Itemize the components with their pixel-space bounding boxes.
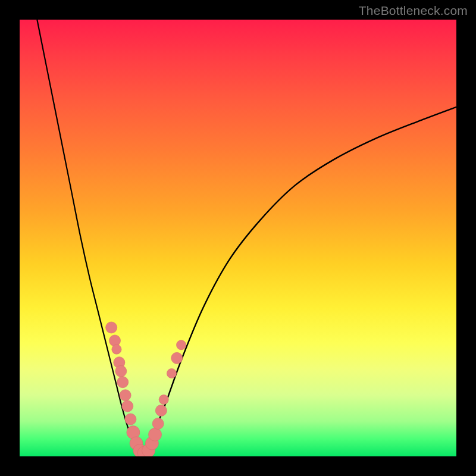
- highlight-dot: [177, 340, 186, 350]
- chart-frame: TheBottleneck.com: [0, 0, 476, 476]
- curve-group: [37, 20, 456, 454]
- left-branch-curve: [37, 20, 142, 454]
- highlight-dot: [106, 322, 117, 333]
- highlight-dot: [159, 395, 168, 405]
- highlight-dot: [167, 368, 176, 378]
- chart-svg: [20, 20, 456, 456]
- highlight-dot: [171, 352, 183, 364]
- highlight-dot: [117, 377, 129, 388]
- highlight-dot: [125, 414, 136, 425]
- highlight-dot: [122, 400, 133, 412]
- watermark-text: TheBottleneck.com: [359, 4, 468, 18]
- highlight-dot: [155, 405, 167, 416]
- highlight-dot: [120, 390, 131, 401]
- right-branch-curve: [142, 107, 456, 455]
- highlight-dot: [109, 335, 120, 346]
- highlight-dot: [152, 418, 164, 429]
- highlight-dot: [112, 345, 121, 354]
- plot-area: [20, 20, 456, 456]
- highlight-dot: [115, 365, 127, 377]
- highlight-dot: [149, 428, 162, 441]
